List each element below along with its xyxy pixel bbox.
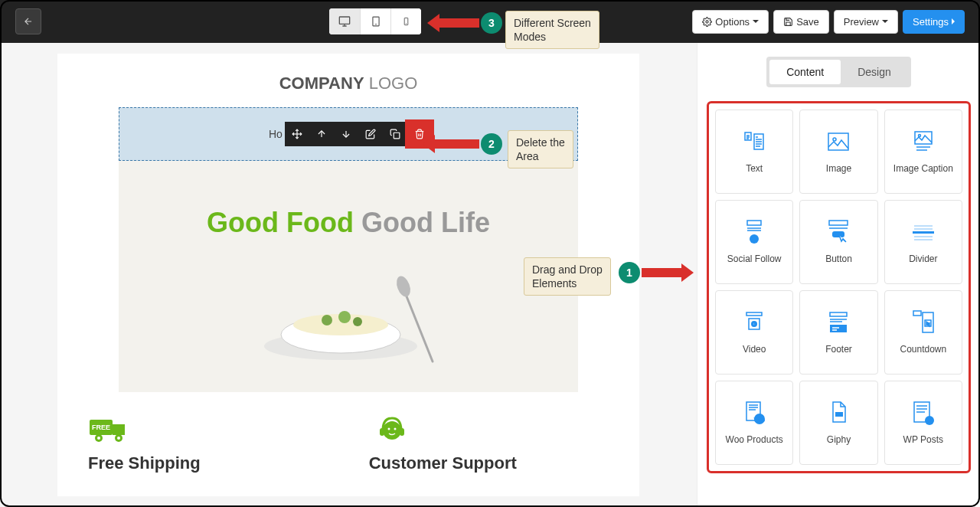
svg-point-36 [918,135,920,137]
svg-point-2 [375,24,376,25]
svg-rect-39 [747,221,761,225]
svg-text:FREE: FREE [92,424,110,431]
svg-rect-27 [380,428,384,436]
svg-point-16 [353,317,362,326]
svg-rect-46 [832,231,844,237]
annotation-arrow [642,268,683,277]
feature-title: Customer Support [369,453,517,473]
element-divider[interactable]: Divider [884,200,962,284]
annotation-arrow [438,18,479,28]
hero-block[interactable]: Good Food Good Life [119,161,578,392]
callout-screen-modes: Different Screen Modes [505,11,599,49]
svg-point-29 [387,428,390,430]
desktop-mode-button[interactable] [329,8,360,34]
sidebar-tabs: Content Design [707,57,971,87]
chevron-down-icon [753,20,759,23]
feature-customer-support: Customer Support [369,415,517,473]
element-video[interactable]: Video [715,290,793,375]
svg-text:W: W [927,418,933,424]
elements-palette: Text Image Image Caption f Social Follow… [707,101,971,473]
svg-rect-28 [400,428,404,436]
truck-icon: FREE [88,415,134,446]
edit-icon[interactable] [358,122,383,146]
duplicate-icon[interactable] [383,122,407,146]
feature-title: Free Shipping [88,453,201,473]
sidebar: Content Design Text Image Image Caption [697,43,980,507]
svg-point-15 [338,311,351,323]
callout-drag-drop: Drag and Drop Elements [524,257,611,296]
feature-row[interactable]: FREE Free Shipping Customer Support [57,392,639,496]
svg-rect-55 [830,312,847,316]
feature-free-shipping: FREE Free Shipping [88,415,201,473]
svg-point-23 [97,437,100,440]
svg-rect-49 [913,231,934,234]
element-wp-posts[interactable]: W WP Posts [884,381,962,465]
svg-point-30 [394,428,396,430]
svg-point-5 [706,20,708,22]
svg-rect-61 [913,311,921,316]
element-footer[interactable]: Footer [799,290,877,375]
topbar-actions: Options Save Preview Settings [692,10,965,34]
hero-image [134,262,563,369]
svg-point-14 [322,315,332,325]
svg-point-26 [383,421,401,440]
svg-text:GIF: GIF [837,413,843,417]
tablet-mode-button[interactable] [360,8,390,34]
svg-point-34 [833,138,836,141]
settings-button[interactable]: Settings [903,10,965,34]
element-image-caption[interactable]: Image Caption [884,110,962,194]
element-text[interactable]: Text [715,110,793,194]
svg-text:Woo: Woo [755,417,765,422]
nav-text: Ho [269,128,283,140]
element-giphy[interactable]: GIF Giphy [799,381,877,465]
annotation-arrow [433,139,479,149]
save-button[interactable]: Save [773,10,829,34]
back-button[interactable] [15,8,41,34]
element-image[interactable]: Image [799,110,877,194]
annotation-badge-1: 1 [619,262,640,283]
tab-design[interactable]: Design [841,60,908,84]
callout-delete-area: Delete the Area [508,130,573,168]
screen-mode-group [329,8,421,34]
mobile-mode-button[interactable] [390,8,421,34]
svg-rect-58 [830,325,847,332]
move-icon[interactable] [285,122,309,146]
logo-block[interactable]: COMPANY LOGO [57,54,639,107]
annotation-badge-3: 3 [481,12,502,34]
block-toolbar [285,122,432,146]
svg-rect-33 [828,133,848,150]
hero-title: Good Food Good Life [134,207,563,239]
svg-point-18 [394,274,413,299]
move-up-icon[interactable] [309,122,334,146]
element-button[interactable]: Button [799,200,877,284]
annotation-badge-2: 2 [481,133,502,155]
element-social-follow[interactable]: f Social Follow [715,200,793,284]
tab-content[interactable]: Content [769,60,841,84]
headset-icon [369,415,415,446]
svg-point-25 [117,437,120,440]
svg-rect-44 [829,221,848,225]
chevron-down-icon [882,20,888,23]
element-countdown[interactable]: Countdown [884,290,962,375]
svg-rect-10 [394,132,400,139]
svg-rect-21 [113,424,125,435]
element-woo-products[interactable]: Woo Woo Products [715,381,793,465]
chevron-right-icon [952,18,955,25]
options-button[interactable]: Options [692,10,769,34]
svg-rect-0 [339,17,349,24]
preview-button[interactable]: Preview [834,10,898,34]
move-down-icon[interactable] [334,122,358,146]
svg-rect-52 [746,312,762,316]
